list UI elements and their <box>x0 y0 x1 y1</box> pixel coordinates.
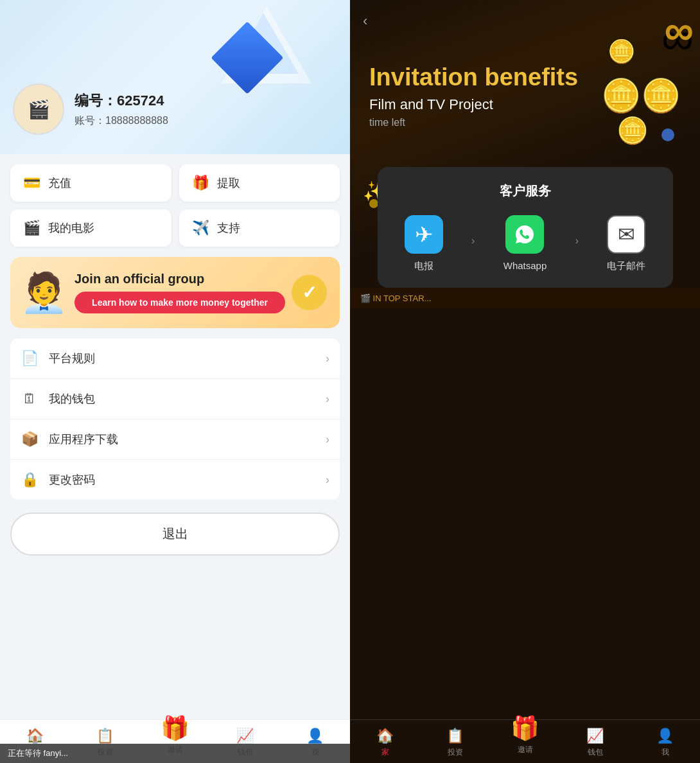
support-icon: ✈️ <box>192 220 209 236</box>
lock-icon: 🔒 <box>21 471 39 488</box>
back-button[interactable]: ‹ <box>363 13 367 30</box>
customer-service-modal: 客户服务 ✈ 电报 › Whatsapp › ✉ 电子邮件 <box>378 167 673 288</box>
right-invite-icon: 🎁 <box>511 715 539 742</box>
email-label: 电子邮件 <box>607 260 645 272</box>
avatar-icon: 🎬 <box>28 99 50 120</box>
right-nav-invite[interactable]: 🎁 邀请 <box>490 725 560 760</box>
menu-item-change-password[interactable]: 🔒 更改密码 › <box>10 460 340 500</box>
support-button[interactable]: ✈️ 支持 <box>179 209 340 247</box>
status-text: 正在等待 fanyi... <box>8 748 68 759</box>
chevron-right-icon: › <box>326 352 329 365</box>
modal-services-row: ✈ 电报 › Whatsapp › ✉ 电子邮件 <box>390 215 660 272</box>
invite-gift-icon: 🎁 <box>161 715 189 742</box>
right-chart-icon: 📈 <box>586 728 604 744</box>
right-me-label: 我 <box>661 747 669 758</box>
whatsapp-icon <box>505 215 544 254</box>
left-panel: 🎬 编号：625724 账号：18888888888 💳 充值 🎁 提取 🎬 我… <box>0 0 350 763</box>
withdraw-label: 提取 <box>217 175 240 191</box>
invitation-main-title: Invitation benefits <box>369 64 578 91</box>
right-nav-me[interactable]: 👤 我 <box>630 725 700 760</box>
arrow-icon-1: › <box>471 235 475 247</box>
checkmark-icon: ✓ <box>292 275 327 310</box>
right-home-label: 家 <box>381 747 389 758</box>
menu-list: 📄 平台规则 › 🗓 我的钱包 › 📦 应用程序下载 › 🔒 更改密码 › <box>0 338 350 500</box>
document-icon: 📄 <box>21 350 39 367</box>
email-icon: ✉ <box>607 215 645 254</box>
right-nav-home[interactable]: 🏠 家 <box>350 725 420 760</box>
menu-item-my-wallet[interactable]: 🗓 我的钱包 › <box>10 379 340 419</box>
my-movie-button[interactable]: 🎬 我的电影 <box>10 209 171 247</box>
logout-button[interactable]: 退出 <box>10 513 340 556</box>
chevron-right-icon-2: › <box>326 392 329 406</box>
right-invest-icon: 📋 <box>446 728 464 744</box>
header-background: 🎬 编号：625724 账号：18888888888 <box>0 0 350 154</box>
chevron-right-icon-3: › <box>326 433 329 446</box>
right-panel: ‹ ∞ ∞ 🪙🪙 🪙 🪙 Invitation benefits Film an… <box>350 0 700 763</box>
platform-rules-label: 平台规则 <box>49 351 315 366</box>
user-id: 编号：625724 <box>74 91 168 110</box>
right-home-icon: 🏠 <box>376 728 394 744</box>
user-icon: 👤 <box>306 728 324 744</box>
support-label: 支持 <box>217 220 240 236</box>
my-wallet-label: 我的钱包 <box>49 391 315 407</box>
whatsapp-label: Whatsapp <box>503 260 547 271</box>
home-icon: 🏠 <box>26 728 44 744</box>
gold-infinity: ∞ <box>664 6 694 54</box>
email-service[interactable]: ✉ 电子邮件 <box>607 215 645 272</box>
download-icon: 📦 <box>21 431 39 448</box>
right-nav-wallet[interactable]: 📈 钱包 <box>560 725 630 760</box>
menu-item-app-download[interactable]: 📦 应用程序下载 › <box>10 419 340 460</box>
quick-actions: 💳 充值 🎁 提取 🎬 我的电影 ✈️ 支持 <box>0 154 350 257</box>
invitation-time: time left <box>369 117 578 128</box>
change-password-label: 更改密码 <box>49 472 315 487</box>
banner-title: Join an official group <box>74 272 285 286</box>
withdraw-button[interactable]: 🎁 提取 <box>179 164 340 202</box>
invitation-subtitle: Film and TV Project <box>369 96 578 113</box>
wallet-menu-icon: 🗓 <box>21 390 39 407</box>
wallet-icon: 💳 <box>23 175 40 191</box>
right-user-icon: 👤 <box>656 728 674 744</box>
whatsapp-service[interactable]: Whatsapp <box>503 215 547 271</box>
right-bottom-nav: 🏠 家 📋 投资 🎁 邀请 📈 钱包 👤 我 <box>350 719 700 763</box>
user-details: 编号：625724 账号：18888888888 <box>74 91 168 128</box>
telegram-service[interactable]: ✈ 电报 <box>405 215 443 272</box>
coins-decoration: 🪙🪙 <box>601 77 681 114</box>
join-group-banner[interactable]: 🧑‍💼 Join an official group Learn how to … <box>10 257 340 328</box>
right-nav-invest[interactable]: 📋 投资 <box>420 725 490 760</box>
right-invite-label: 邀请 <box>518 744 533 755</box>
figure-icon: 🧑‍💼 <box>20 270 68 315</box>
logout-section: 退出 <box>0 500 350 568</box>
right-wallet-label: 钱包 <box>588 747 603 758</box>
movie-icon: 🎬 <box>23 220 40 236</box>
banner-cta[interactable]: Learn how to make more money together <box>74 292 285 313</box>
menu-item-platform-rules[interactable]: 📄 平台规则 › <box>10 338 340 379</box>
right-invest-label: 投资 <box>448 747 463 758</box>
arrow-icon-2: › <box>575 235 579 247</box>
invitation-title-block: Invitation benefits Film and TV Project … <box>369 64 578 128</box>
gift-icon: 🎁 <box>192 175 209 191</box>
user-info: 🎬 编号：625724 账号：18888888888 <box>13 83 168 135</box>
chevron-right-icon-4: › <box>326 473 329 487</box>
app-download-label: 应用程序下载 <box>49 432 315 447</box>
telegram-icon: ✈ <box>405 215 443 254</box>
coins-2: 🪙 <box>617 116 649 146</box>
recharge-label: 充值 <box>48 175 71 191</box>
recharge-button[interactable]: 💳 充值 <box>10 164 171 202</box>
modal-title: 客户服务 <box>390 182 660 200</box>
banner-strip: 🎬 IN TOP STAR... <box>350 288 700 308</box>
status-bar: 正在等待 fanyi... <box>0 744 350 763</box>
user-account: 账号：18888888888 <box>74 114 168 128</box>
banner-text: Join an official group Learn how to make… <box>74 272 285 313</box>
coins-3: 🪙 <box>608 39 636 65</box>
avatar: 🎬 <box>13 83 64 135</box>
telegram-label: 电报 <box>414 260 433 272</box>
chart-icon: 📈 <box>236 728 254 744</box>
my-movie-label: 我的电影 <box>48 220 94 236</box>
invest-icon: 📋 <box>96 728 114 744</box>
blue-circle-decoration <box>661 128 674 141</box>
